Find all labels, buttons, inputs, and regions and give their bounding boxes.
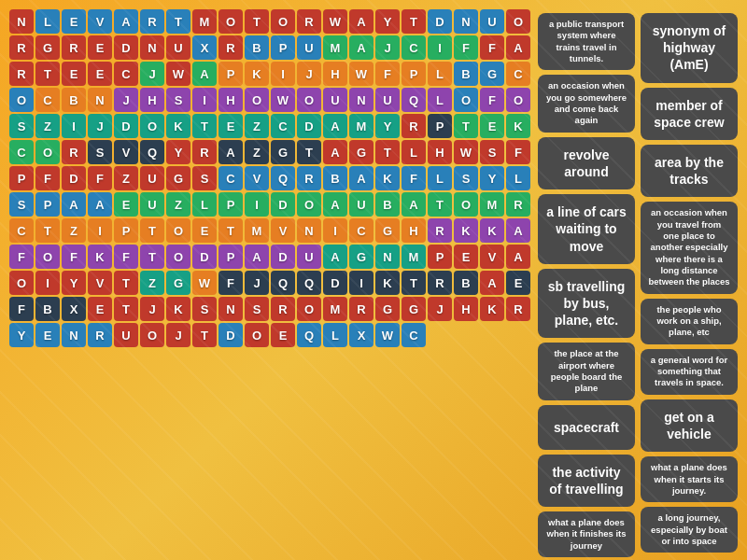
clue-box[interactable]: a public transport system where trains t… (538, 13, 635, 70)
grid-section: NLEVARTMOTORWAYTDNUORGREDNUXRBPUMAJCIFFA… (9, 9, 530, 551)
grid-cell: U (480, 9, 504, 34)
grid-cell: R (9, 62, 34, 86)
clue-box[interactable]: an occasion when you travel from one pla… (641, 202, 738, 293)
clue-box[interactable]: what a plane does when it starts its jou… (641, 456, 738, 502)
grid-cell: J (140, 297, 164, 321)
grid-cell: X (62, 297, 86, 321)
grid-cell: Z (245, 114, 269, 138)
grid-cell: Z (114, 166, 138, 190)
grid-cell: L (428, 88, 452, 112)
grid-cell: T (140, 218, 164, 243)
grid-cell: R (506, 192, 530, 217)
grid-cell: X (192, 35, 217, 60)
grid-cell: E (480, 114, 504, 138)
clue-box[interactable]: sb travelling by bus, plane, etc. (538, 269, 635, 339)
grid-cell: O (9, 88, 34, 112)
grid-cell: U (140, 192, 164, 217)
grid-cell: J (245, 271, 269, 295)
grid-cell: P (9, 166, 34, 190)
grid-cell: T (297, 140, 321, 164)
grid-cell: Y (9, 323, 34, 347)
grid-cell: A (349, 9, 374, 34)
clue-box[interactable]: area by the tracks (641, 145, 738, 197)
clue-box[interactable]: the place at the airport where people bo… (538, 343, 635, 399)
grid-cell: T (35, 218, 60, 243)
grid-cell: T (428, 192, 452, 217)
grid-cell: E (35, 323, 60, 347)
grid-cell: P (428, 245, 452, 269)
grid-cell: S (192, 166, 217, 190)
grid-cell: O (245, 323, 269, 347)
clue-box[interactable]: revolve around (538, 137, 635, 189)
grid-cell: G (375, 297, 400, 321)
grid-cell: A (88, 192, 112, 217)
grid-cell: O (166, 245, 190, 269)
grid-cell: F (88, 166, 112, 190)
grid-cell: R (506, 297, 530, 321)
grid-cell: L (428, 166, 452, 190)
grid-cell: S (166, 88, 190, 112)
grid-cell: B (454, 62, 478, 86)
grid-cell: I (62, 114, 86, 138)
grid-cell: R (297, 166, 321, 190)
grid-cell: B (35, 297, 60, 321)
clue-box[interactable]: get on a vehicle (641, 399, 738, 452)
grid-cell: P (271, 35, 295, 60)
grid-cell: B (323, 166, 347, 190)
grid-cell: Q (297, 323, 321, 347)
grid-cell: A (506, 35, 530, 60)
grid-cell: C (349, 218, 374, 243)
grid-cell: S (454, 166, 478, 190)
clue-box[interactable]: a line of cars waiting to move (538, 194, 635, 264)
grid-cell: N (454, 9, 478, 34)
grid-cell: F (62, 245, 86, 269)
grid-cell: C (9, 218, 34, 243)
grid-cell: S (9, 192, 34, 217)
grid-cell: P (218, 245, 243, 269)
grid-cell: R (218, 35, 243, 60)
grid-cell: K (506, 114, 530, 138)
clue-box[interactable]: synonym of highway (AmE) (641, 13, 738, 83)
grid-cell: D (323, 271, 347, 295)
grid-cell: U (323, 88, 347, 112)
grid-cell: V (114, 140, 138, 164)
grid-cell: H (402, 218, 426, 243)
grid-cell: C (271, 114, 295, 138)
grid-cell: T (454, 114, 478, 138)
main-container: NLEVARTMOTORWAYTDNUORGREDNUXRBPUMAJCIFFA… (0, 0, 747, 560)
clue-box[interactable]: the activity of travelling (538, 455, 635, 507)
grid-cell: L (402, 140, 426, 164)
grid-cell: N (140, 35, 164, 60)
grid-cell: G (480, 62, 504, 86)
grid-cell: U (297, 245, 321, 269)
grid-cell: E (114, 192, 138, 217)
grid-cell: Z (166, 192, 190, 217)
grid-cell: W (323, 9, 347, 34)
clue-box[interactable]: the people who work on a ship, plane, et… (641, 299, 738, 344)
grid-cell: A (323, 140, 347, 164)
clue-box[interactable]: an occasion when you go somewhere and co… (538, 75, 635, 132)
grid-cell: W (349, 62, 374, 86)
clue-box[interactable]: spacecraft (538, 405, 635, 450)
grid-cell: A (506, 218, 530, 243)
grid-cell: P (218, 62, 243, 86)
grid-cell: U (375, 88, 400, 112)
clue-box[interactable]: what a plane does when it finishes its j… (538, 511, 635, 557)
grid-cell: C (402, 323, 426, 347)
grid-cell: F (218, 271, 243, 295)
grid-cell: P (428, 114, 452, 138)
grid-cell: C (402, 35, 426, 60)
grid-cell: T (192, 323, 217, 347)
grid-cell: B (375, 192, 400, 217)
grid-cell: Z (35, 114, 60, 138)
grid-cell: U (166, 35, 190, 60)
clue-box[interactable]: a general word for something that travel… (641, 349, 738, 395)
clue-box[interactable]: a long journey, especially by boat or in… (641, 507, 738, 553)
grid-cell: B (454, 271, 478, 295)
clue-box[interactable]: member of space crew (641, 88, 738, 140)
grid-cell: I (192, 88, 217, 112)
grid-cell: E (454, 245, 478, 269)
grid-cell: D (114, 114, 138, 138)
grid-cell: O (297, 88, 321, 112)
grid-cell: O (297, 297, 321, 321)
